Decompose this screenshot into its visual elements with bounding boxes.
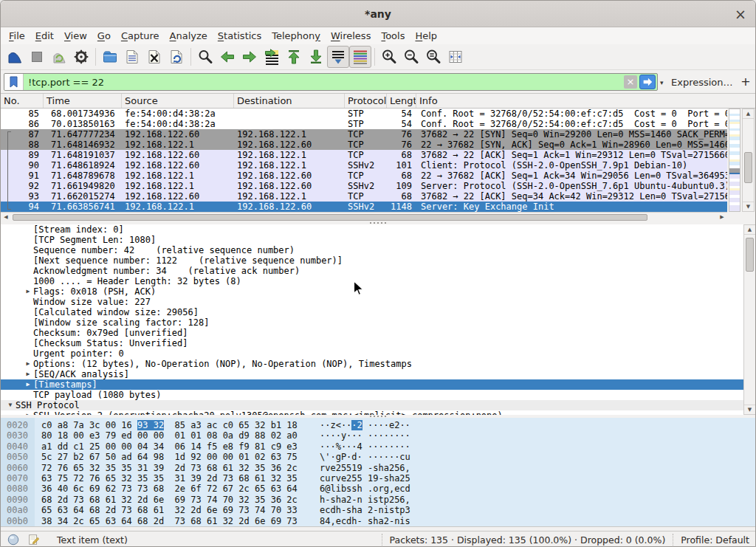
hex-ascii[interactable]: 6@libssh .org,ecd bbox=[320, 484, 410, 494]
hex-bytes[interactable]: 68 2d 73 68 61 32 2d 6e 69 73 74 70 32 3… bbox=[41, 495, 298, 505]
hex-bytes[interactable]: 65 63 64 68 2d 73 68 61 32 2d 6e 69 73 7… bbox=[41, 505, 298, 515]
expert-info-icon[interactable] bbox=[7, 533, 20, 546]
file-open-button[interactable] bbox=[99, 46, 121, 68]
detail-row[interactable]: Checksum: 0x79ed [unverified] bbox=[1, 328, 756, 338]
zoom-original-button[interactable] bbox=[422, 46, 444, 68]
packet-row-94[interactable]: 9471.663856741192.168.122.1192.168.122.6… bbox=[1, 202, 727, 212]
menu-telephony[interactable]: Telephony bbox=[267, 29, 326, 43]
close-window-icon[interactable]: × bbox=[732, 5, 749, 23]
filter-history-caret-icon[interactable]: ▾ bbox=[660, 79, 664, 86]
capture-restart-button[interactable] bbox=[48, 46, 70, 68]
hex-ascii[interactable]: curve255 19-sha25 bbox=[320, 473, 410, 484]
expand-arrow-icon[interactable]: ▶ bbox=[23, 379, 33, 390]
clear-filter-icon[interactable]: × bbox=[624, 75, 637, 89]
scroll-down-icon[interactable]: ▼ bbox=[743, 202, 754, 211]
expression-button[interactable]: Expression… bbox=[671, 77, 733, 88]
column-header-protocol[interactable]: Protocol bbox=[345, 94, 387, 108]
auto-scroll-button[interactable] bbox=[327, 46, 349, 68]
resize-columns-button[interactable] bbox=[444, 46, 467, 68]
detail-row[interactable]: [Calculated window size: 29056] bbox=[1, 307, 756, 317]
menu-view[interactable]: View bbox=[59, 29, 92, 43]
file-save-button[interactable] bbox=[121, 46, 143, 68]
hex-row[interactable]: 0040a1 dd c1 25 00 00 04 34 06 14 f5 e8 … bbox=[1, 441, 756, 452]
detail-row[interactable]: Urgent pointer: 0 bbox=[1, 348, 756, 359]
packet-row-88[interactable]: 8871.648146932192.168.122.1192.168.122.6… bbox=[1, 140, 727, 150]
detail-row[interactable]: [Window size scaling factor: 128] bbox=[1, 317, 756, 328]
hex-bytes[interactable]: 5c 27 b2 67 50 ad 64 98 1d 92 00 00 01 0… bbox=[41, 452, 298, 462]
reload-button[interactable] bbox=[165, 46, 188, 68]
menu-go[interactable]: Go bbox=[92, 29, 116, 43]
detail-row[interactable]: ▶[SEQ/ACK analysis] bbox=[1, 369, 756, 379]
add-filter-button[interactable]: + bbox=[739, 75, 752, 89]
column-header-source[interactable]: Source bbox=[122, 94, 234, 108]
hex-ascii[interactable]: ····y··· ········ bbox=[320, 430, 410, 441]
menu-wireless[interactable]: Wireless bbox=[326, 29, 376, 43]
hex-row[interactable]: 009068 2d 73 68 61 32 2d 6e 69 73 74 70 … bbox=[1, 495, 756, 505]
hex-ascii[interactable]: ···%···4 ········ bbox=[320, 441, 410, 452]
scroll-thumb[interactable] bbox=[744, 152, 752, 183]
detail-row[interactable]: TCP payload (1080 bytes) bbox=[1, 390, 756, 400]
menu-analyze[interactable]: Analyze bbox=[165, 29, 213, 43]
expand-arrow-icon[interactable]: ▶ bbox=[23, 359, 33, 369]
detail-row[interactable]: 1000 .... = Header Length: 32 bytes (8) bbox=[1, 276, 756, 286]
capture-comment-icon[interactable] bbox=[27, 533, 41, 546]
packet-row-87[interactable]: 8771.647777234192.168.122.60192.168.122.… bbox=[1, 129, 727, 140]
expand-arrow-icon[interactable]: ▶ bbox=[23, 369, 33, 379]
detail-row[interactable]: [Stream index: 0] bbox=[1, 224, 756, 235]
apply-filter-icon[interactable] bbox=[639, 75, 656, 89]
hex-bytes[interactable]: 72 76 65 32 35 35 31 39 2d 73 68 61 32 3… bbox=[41, 463, 298, 473]
packet-row-92[interactable]: 9271.661949820192.168.122.1192.168.122.6… bbox=[1, 181, 727, 191]
menu-statistics[interactable]: Statistics bbox=[213, 29, 267, 43]
detail-row[interactable]: ▶Options: (12 bytes), No-Operation (NOP)… bbox=[1, 359, 756, 369]
scroll-thumb[interactable] bbox=[13, 214, 647, 221]
column-header-time[interactable]: Time bbox=[44, 94, 122, 108]
file-close-button[interactable] bbox=[143, 46, 165, 68]
hex-row[interactable]: 006072 76 65 32 35 35 31 39 2d 73 68 61 … bbox=[1, 463, 756, 473]
display-filter-input[interactable]: !tcp.port == 22 bbox=[24, 77, 624, 88]
hex-ascii[interactable]: h-sha2-n istp256, bbox=[320, 495, 410, 505]
go-back-button[interactable] bbox=[216, 46, 238, 68]
collapse-arrow-icon[interactable]: ▼ bbox=[5, 400, 16, 410]
detail-row[interactable]: Acknowledgment number: 34 (relative ack … bbox=[1, 266, 756, 276]
zoom-in-button[interactable] bbox=[378, 46, 400, 68]
scroll-up-icon[interactable]: ▲ bbox=[743, 109, 754, 119]
hex-row[interactable]: 008036 40 6c 69 62 73 73 68 2e 6f 72 67 … bbox=[1, 484, 756, 494]
packet-row-89[interactable]: 8971.648191037192.168.122.60192.168.122.… bbox=[1, 150, 727, 160]
column-header-info[interactable]: Info bbox=[416, 94, 756, 108]
hex-bytes[interactable]: 38 34 2c 65 63 64 68 2d 73 68 61 32 2d 6… bbox=[41, 516, 298, 526]
detail-row[interactable]: [Next sequence number: 1122 (relative se… bbox=[1, 255, 756, 266]
column-header-destination[interactable]: Destination bbox=[234, 94, 345, 108]
packet-row-90[interactable]: 9071.648618924192.168.122.60192.168.122.… bbox=[1, 160, 727, 171]
details-vscrollbar[interactable]: ▲ ▼ bbox=[743, 224, 756, 415]
hex-row[interactable]: 00a065 63 64 68 2d 73 68 61 32 2d 6e 69 … bbox=[1, 505, 756, 515]
menu-tools[interactable]: Tools bbox=[376, 29, 410, 43]
menu-file[interactable]: File bbox=[4, 29, 30, 43]
hex-bytes[interactable]: 36 40 6c 69 62 73 73 68 2e 6f 72 67 2c 6… bbox=[41, 484, 298, 494]
go-first-button[interactable] bbox=[283, 46, 305, 68]
scroll-up-icon[interactable]: ▲ bbox=[744, 225, 755, 235]
hex-bytes[interactable]: 80 18 00 e3 79 ed 00 00 01 01 08 0a d9 8… bbox=[41, 430, 298, 441]
hex-row[interactable]: 0020c0 a8 7a 3c 00 16 93 32 85 a3 ac c0 … bbox=[1, 420, 756, 430]
hex-ascii[interactable]: ··z<···2 ····e2·· bbox=[320, 420, 410, 430]
scroll-left-icon[interactable]: ◀ bbox=[1, 213, 11, 221]
find-packet-button[interactable] bbox=[194, 46, 216, 68]
go-forward-button[interactable] bbox=[238, 46, 261, 68]
scroll-down-icon[interactable]: ▼ bbox=[744, 405, 755, 414]
detail-row[interactable]: [TCP Segment Len: 1080] bbox=[1, 235, 756, 245]
hex-bytes[interactable]: a1 dd c1 25 00 00 04 34 06 14 f5 e8 f9 8… bbox=[41, 441, 298, 452]
scroll-thumb[interactable] bbox=[746, 238, 754, 272]
detail-row[interactable]: Sequence number: 42 (relative sequence n… bbox=[1, 245, 756, 255]
hex-ascii[interactable]: rve25519 -sha256, bbox=[320, 463, 410, 473]
detail-row[interactable]: ▼SSH Protocol bbox=[1, 400, 756, 410]
filter-bookmark-icon[interactable] bbox=[4, 74, 24, 90]
capture-options-button[interactable] bbox=[70, 46, 92, 68]
go-to-packet-button[interactable] bbox=[261, 46, 283, 68]
detail-row[interactable]: ▶[Timestamps] bbox=[1, 379, 756, 390]
packet-row-85[interactable]: 8568.001734936fe:54:00:d4:38:2aSTP54Conf… bbox=[1, 109, 727, 119]
menu-help[interactable]: Help bbox=[410, 29, 442, 43]
column-header-no[interactable]: No. bbox=[1, 94, 44, 108]
packet-row-93[interactable]: 9371.662015274192.168.122.60192.168.122.… bbox=[1, 191, 727, 202]
detail-row[interactable]: ▶Flags: 0x018 (PSH, ACK) bbox=[1, 286, 756, 297]
display-filter-field[interactable]: !tcp.port == 22 × bbox=[4, 73, 658, 91]
detail-row[interactable]: Window size value: 227 bbox=[1, 297, 756, 307]
